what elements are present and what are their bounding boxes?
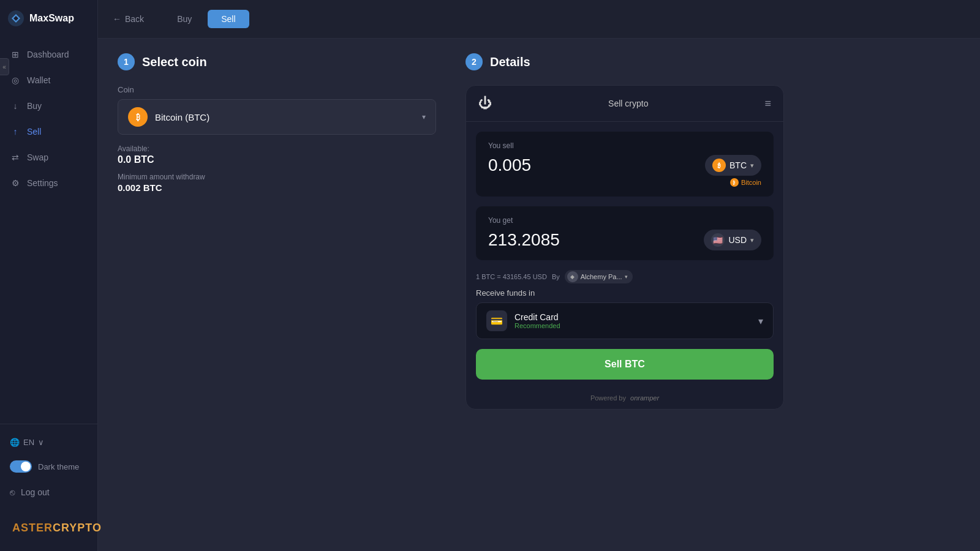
bitcoin-sub-icon: ₿ [730, 178, 739, 187]
tab-bar: Buy Sell [164, 10, 249, 28]
min-withdraw-info: Minimum amount withdraw 0.002 BTC [118, 173, 436, 193]
sidebar-item-wallet[interactable]: ◎ Wallet [0, 67, 97, 93]
usd-flag-icon: 🇺🇸 [711, 233, 725, 247]
sell-currency-label: BTC [729, 160, 747, 170]
watermark-area: ASTERCRYPTO [0, 512, 97, 551]
powered-by-label: Powered by [590, 394, 626, 402]
dark-theme-label: Dark theme [38, 462, 79, 471]
page-body: 1 Select coin Coin ₿ Bitcoin (BTC) ▾ Ava… [98, 39, 980, 551]
maxswap-logo-icon [7, 10, 24, 27]
credit-card-icon: 💳 [486, 310, 507, 331]
sidebar-bottom: 🌐 EN ∨ Dark theme ⎋ Log out [0, 424, 97, 512]
you-get-section: You get 213.2085 🇺🇸 USD ▾ [476, 206, 774, 260]
buy-icon: ↓ [10, 100, 21, 111]
step2-badge: 2 [466, 53, 483, 70]
sell-icon: ↑ [10, 126, 21, 137]
sidebar-item-label-sell: Sell [27, 127, 41, 137]
tab-buy[interactable]: Buy [164, 10, 205, 28]
sidebar-item-dashboard[interactable]: ⊞ Dashboard [0, 42, 97, 67]
theme-toggle-switch[interactable] [10, 460, 32, 473]
receive-label: Receive funds in [476, 288, 774, 298]
top-bar: ← Back Buy Sell [98, 0, 980, 39]
bitcoin-sub-label: ₿ Bitcoin [488, 178, 761, 187]
rate-row: 1 BTC = 43165.45 USD By ◆ Alchemy Pa... … [476, 270, 774, 283]
astercrypto-logo: ASTERCRYPTO [7, 519, 90, 536]
you-sell-label: You sell [488, 141, 761, 150]
logout-icon: ⎋ [10, 487, 15, 497]
nav-menu: ⊞ Dashboard ◎ Wallet ↓ Buy ↑ Sell ⇄ Swap… [0, 37, 97, 424]
section2-header: 2 Details [466, 53, 784, 70]
get-currency-chevron-icon: ▾ [750, 236, 754, 244]
sidebar-item-settings[interactable]: ⚙ Settings [0, 170, 97, 196]
payment-selector[interactable]: 💳 Credit Card Recommended ▾ [476, 302, 774, 339]
bitcoin-icon: ₿ [128, 107, 148, 127]
swap-icon: ⇄ [10, 152, 21, 163]
you-get-label: You get [488, 216, 761, 225]
provider-chevron-icon: ▾ [625, 274, 628, 280]
available-value: 0.0 BTC [118, 154, 436, 165]
powered-by-name: onramper [630, 394, 659, 402]
payment-info: Credit Card Recommended [514, 312, 560, 329]
btc-currency-icon: ₿ [712, 159, 726, 172]
select-coin-section: 1 Select coin Coin ₿ Bitcoin (BTC) ▾ Ava… [118, 53, 436, 536]
sidebar-item-label-swap: Swap [27, 152, 48, 162]
get-amount-value[interactable]: 213.2085 [488, 230, 560, 250]
dark-theme-toggle[interactable]: Dark theme [0, 453, 97, 480]
provider-name: Alchemy Pa... [581, 273, 622, 280]
details-section: 2 Details ⏻ Sell crypto ≡ You sell 0.005 [466, 53, 784, 536]
watermark-text: ASTERCRYPTO [12, 522, 102, 534]
card-header: ⏻ Sell crypto ≡ [466, 86, 783, 122]
you-sell-section: You sell 0.005 ₿ BTC ▾ ₿ Bitcoin [476, 132, 774, 197]
sell-amount-value[interactable]: 0.005 [488, 156, 531, 175]
receive-section: Receive funds in 💳 Credit Card Recommend… [476, 288, 774, 339]
sell-amount-row: 0.005 ₿ BTC ▾ [488, 155, 761, 176]
logout-label: Log out [21, 487, 50, 497]
powered-by: Powered by onramper [466, 389, 783, 409]
coin-label: Coin [118, 85, 436, 94]
language-selector[interactable]: 🌐 EN ∨ [0, 432, 97, 453]
card-logo: ⏻ [478, 96, 492, 111]
sidebar-item-label-settings: Settings [27, 178, 58, 188]
sidebar-item-label-wallet: Wallet [27, 75, 50, 85]
tab-sell[interactable]: Sell [208, 10, 249, 28]
min-withdraw-value: 0.002 BTC [118, 182, 436, 193]
sell-button[interactable]: Sell BTC [476, 349, 774, 380]
by-label: By [552, 273, 560, 280]
coin-chevron-icon: ▾ [422, 113, 426, 121]
step1-badge: 1 [118, 53, 135, 70]
section1-title: Select coin [142, 55, 207, 69]
available-label: Available: [118, 144, 436, 153]
sidebar-item-sell[interactable]: ↑ Sell [0, 119, 97, 144]
card-menu-icon[interactable]: ≡ [764, 97, 771, 110]
coin-name: Bitcoin (BTC) [155, 112, 209, 122]
collapse-button[interactable]: « [0, 58, 9, 75]
globe-icon: 🌐 [10, 438, 20, 447]
sell-currency-chevron-icon: ▾ [750, 162, 754, 170]
app-name: MaxSwap [29, 13, 74, 24]
details-card: ⏻ Sell crypto ≡ You sell 0.005 ₿ BTC ▾ [466, 85, 784, 410]
sell-currency-selector[interactable]: ₿ BTC ▾ [705, 155, 761, 176]
payment-chevron-icon: ▾ [758, 315, 763, 327]
payment-left: 💳 Credit Card Recommended [486, 310, 560, 331]
settings-icon: ⚙ [10, 178, 21, 189]
sidebar: MaxSwap « ⊞ Dashboard ◎ Wallet ↓ Buy ↑ S… [0, 0, 98, 551]
alchemy-icon: ◆ [567, 271, 578, 282]
coin-selector-left: ₿ Bitcoin (BTC) [128, 107, 209, 127]
section2-title: Details [490, 55, 530, 69]
card-logo-icon: ⏻ [478, 96, 492, 111]
back-button[interactable]: ← Back [113, 14, 144, 24]
min-withdraw-label: Minimum amount withdraw [118, 173, 436, 181]
logout-button[interactable]: ⎋ Log out [0, 480, 97, 504]
available-info: Available: 0.0 BTC [118, 144, 436, 165]
sidebar-item-label-dashboard: Dashboard [27, 50, 69, 59]
get-currency-selector[interactable]: 🇺🇸 USD ▾ [704, 230, 761, 250]
sidebar-item-buy[interactable]: ↓ Buy [0, 93, 97, 119]
back-label: Back [125, 14, 144, 24]
coin-selector[interactable]: ₿ Bitcoin (BTC) ▾ [118, 99, 436, 135]
back-arrow-icon: ← [113, 14, 121, 24]
lang-chevron-icon: ∨ [38, 438, 44, 447]
payment-method-sub: Recommended [514, 322, 560, 329]
sidebar-item-label-buy: Buy [27, 101, 42, 111]
provider-selector[interactable]: ◆ Alchemy Pa... ▾ [565, 270, 633, 283]
sidebar-item-swap[interactable]: ⇄ Swap [0, 144, 97, 170]
